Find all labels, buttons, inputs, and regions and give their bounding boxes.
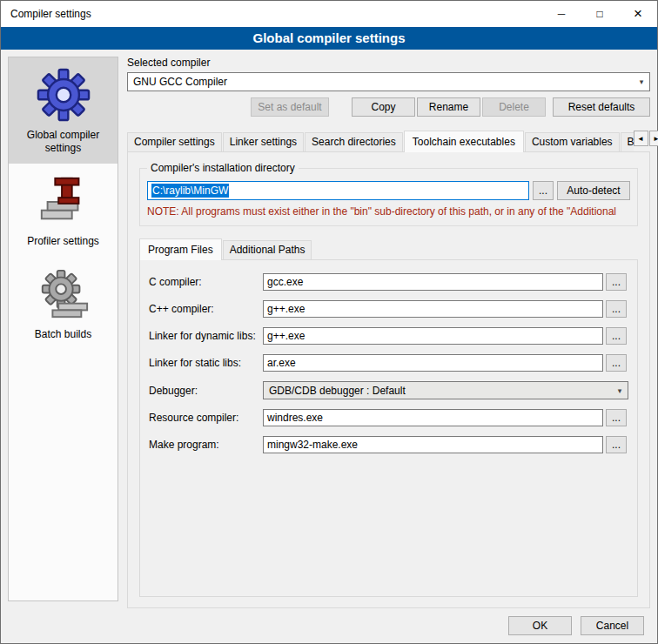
installation-directory-row: C:\raylib\MinGW ... Auto-detect bbox=[147, 181, 630, 200]
c-compiler-browse-button[interactable]: ... bbox=[606, 273, 627, 291]
static-linker-label: Linker for static libs: bbox=[149, 357, 260, 369]
tab-additional-paths[interactable]: Additional Paths bbox=[223, 240, 312, 259]
resource-compiler-value: windres.exe bbox=[267, 412, 323, 424]
installation-directory-input[interactable]: C:\raylib\MinGW bbox=[147, 181, 529, 200]
dialog-body: Global compiler settings Profiler settin… bbox=[1, 50, 657, 608]
static-linker-input[interactable]: ar.exe bbox=[263, 354, 603, 372]
auto-detect-button[interactable]: Auto-detect bbox=[557, 181, 630, 200]
minimize-icon[interactable]: ─ bbox=[542, 1, 581, 27]
program-files-panel: C compiler: gcc.exe ... C++ compiler: g+… bbox=[139, 259, 638, 597]
dialog-footer: OK Cancel bbox=[1, 608, 657, 643]
sidebar-item-batch-builds[interactable]: Batch builds bbox=[9, 257, 118, 350]
chevron-down-icon: ▾ bbox=[612, 386, 628, 395]
make-program-value: mingw32-make.exe bbox=[267, 439, 358, 451]
dynamic-linker-label: Linker for dynamic libs: bbox=[149, 330, 260, 342]
installation-directory-groupbox: Compiler's installation directory C:\ray… bbox=[139, 168, 638, 226]
titlebar: Compiler settings ─ □ × bbox=[1, 1, 657, 27]
tab-build-options-truncated[interactable]: Buil bbox=[621, 132, 634, 151]
selected-compiler-dropdown[interactable]: GNU GCC Compiler ▾ bbox=[127, 72, 650, 91]
compiler-settings-window: Compiler settings ─ □ × Global compiler … bbox=[0, 0, 658, 644]
tab-program-files[interactable]: Program Files bbox=[139, 238, 222, 260]
tab-scroll-right-icon[interactable]: ► bbox=[649, 131, 658, 146]
sidebar-item-profiler-settings[interactable]: Profiler settings bbox=[9, 164, 118, 257]
c-compiler-label: C compiler: bbox=[149, 276, 260, 288]
program-files-tabstrip: Program Files Additional Paths bbox=[139, 238, 638, 259]
tab-search-directories[interactable]: Search directories bbox=[305, 132, 403, 151]
ok-button[interactable]: OK bbox=[508, 616, 572, 635]
cpp-compiler-browse-button[interactable]: ... bbox=[606, 300, 627, 318]
sidebar-item-label: Profiler settings bbox=[27, 235, 99, 248]
tab-compiler-settings[interactable]: Compiler settings bbox=[127, 132, 222, 151]
main-panel: Selected compiler GNU GCC Compiler ▾ Set… bbox=[127, 57, 650, 608]
tab-scroll-buttons: ◄ ► bbox=[634, 131, 658, 146]
chevron-down-icon: ▾ bbox=[634, 77, 649, 86]
settings-sidebar: Global compiler settings Profiler settin… bbox=[8, 57, 118, 601]
reset-defaults-button[interactable]: Reset defaults bbox=[553, 97, 650, 117]
c-compiler-input[interactable]: gcc.exe bbox=[263, 273, 603, 291]
toolchain-executables-panel: Compiler's installation directory C:\ray… bbox=[127, 151, 650, 608]
window-title: Compiler settings bbox=[1, 8, 91, 20]
resource-compiler-browse-button[interactable]: ... bbox=[606, 409, 627, 426]
make-program-input[interactable]: mingw32-make.exe bbox=[263, 436, 603, 453]
dynamic-linker-input[interactable]: g++.exe bbox=[263, 327, 603, 345]
tab-scroll-left-icon[interactable]: ◄ bbox=[634, 131, 648, 146]
selected-compiler-label: Selected compiler bbox=[127, 57, 650, 69]
debugger-dropdown[interactable]: GDB/CDB debugger : Default ▾ bbox=[263, 381, 628, 399]
debugger-label: Debugger: bbox=[149, 385, 260, 397]
program-files-fields: C compiler: gcc.exe ... C++ compiler: g+… bbox=[149, 273, 628, 453]
cpp-compiler-input[interactable]: g++.exe bbox=[263, 300, 603, 318]
installation-directory-value: C:\raylib\MinGW bbox=[151, 184, 229, 198]
resource-compiler-input[interactable]: windres.exe bbox=[263, 409, 603, 426]
set-as-default-button[interactable]: Set as default bbox=[251, 97, 329, 117]
static-linker-browse-button[interactable]: ... bbox=[606, 354, 627, 372]
cancel-button[interactable]: Cancel bbox=[581, 616, 644, 635]
selected-compiler-value: GNU GCC Compiler bbox=[133, 76, 227, 88]
gray-gear-icon bbox=[37, 267, 91, 321]
tab-toolchain-executables[interactable]: Toolchain executables bbox=[404, 131, 524, 152]
dynamic-linker-value: g++.exe bbox=[267, 330, 305, 342]
maximize-icon[interactable]: □ bbox=[581, 1, 619, 27]
make-program-label: Make program: bbox=[149, 439, 260, 451]
c-compiler-value: gcc.exe bbox=[267, 276, 303, 288]
dynamic-linker-browse-button[interactable]: ... bbox=[606, 327, 627, 345]
compiler-buttons-row: Set as default Copy Rename Delete Reset … bbox=[127, 97, 650, 117]
dialog-header-title: Global compiler settings bbox=[1, 27, 657, 50]
blue-gear-icon bbox=[37, 68, 91, 122]
rename-button[interactable]: Rename bbox=[417, 97, 480, 117]
bin-subdirectory-note: NOTE: All programs must exist either in … bbox=[147, 205, 630, 218]
resource-compiler-label: Resource compiler: bbox=[149, 412, 260, 424]
tab-linker-settings[interactable]: Linker settings bbox=[223, 132, 304, 151]
sidebar-item-label: Batch builds bbox=[35, 328, 91, 341]
copy-button[interactable]: Copy bbox=[352, 97, 415, 117]
settings-tabstrip: Compiler settings Linker settings Search… bbox=[127, 131, 650, 151]
installation-directory-browse-button[interactable]: ... bbox=[533, 181, 554, 200]
sidebar-item-global-compiler-settings[interactable]: Global compiler settings bbox=[9, 57, 118, 164]
debugger-value: GDB/CDB debugger : Default bbox=[269, 385, 406, 397]
sidebar-item-label: Global compiler settings bbox=[12, 129, 114, 155]
window-controls: ─ □ × bbox=[542, 1, 657, 27]
profiler-tool-icon bbox=[37, 174, 91, 228]
make-program-browse-button[interactable]: ... bbox=[606, 436, 627, 453]
close-icon[interactable]: × bbox=[619, 1, 657, 27]
cpp-compiler-label: C++ compiler: bbox=[149, 303, 260, 315]
static-linker-value: ar.exe bbox=[267, 357, 296, 369]
installation-directory-legend: Compiler's installation directory bbox=[147, 162, 299, 174]
delete-button[interactable]: Delete bbox=[482, 97, 546, 117]
tab-custom-variables[interactable]: Custom variables bbox=[525, 132, 620, 151]
cpp-compiler-value: g++.exe bbox=[267, 303, 305, 315]
